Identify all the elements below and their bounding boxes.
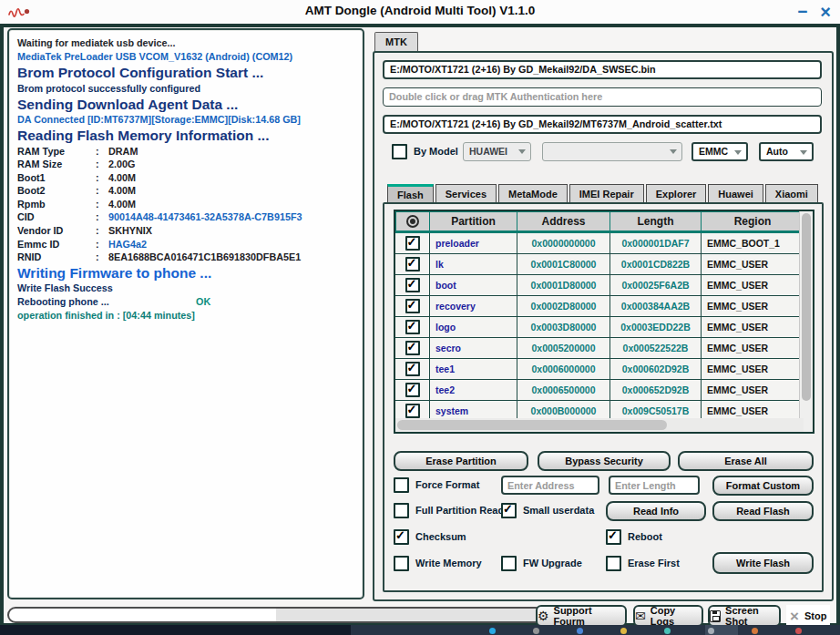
screen-shot-label: Screen Shot (725, 605, 779, 627)
log-line: CID:90014A48-41473461-32A5378A-C7B915F3 (17, 210, 354, 224)
log-line: Rpmb:4.00M (17, 198, 354, 211)
log-line: Sending Download Agent Data ... (17, 96, 354, 114)
partition-checkbox[interactable] (405, 341, 420, 355)
checksum-checkbox[interactable] (394, 529, 409, 545)
partition-checkbox[interactable] (405, 383, 420, 397)
stop-x-icon: × (790, 609, 799, 624)
partition-region: EMMC_USER (702, 317, 804, 337)
length-input[interactable] (609, 476, 700, 495)
by-model-label: By Model (414, 146, 458, 157)
chevron-down-icon (800, 150, 807, 155)
tab-mtk[interactable]: MTK (374, 32, 418, 52)
partition-table-header: Partition Address Length Region (395, 211, 813, 233)
da-file-field[interactable]: E:/MOTO/XT1721 (2+16) By GD_Mekail92/DA_… (383, 60, 822, 79)
partition-checkbox[interactable] (405, 278, 420, 292)
close-button[interactable]: × (820, 3, 831, 21)
vertical-scrollbar-thumb[interactable] (802, 213, 811, 401)
partition-row[interactable]: secro0x00052000000x000522522BEMMC_USER (395, 338, 813, 359)
col-length[interactable]: Length (610, 211, 702, 231)
partition-row[interactable]: logo0x0003D800000x0003EDD22BEMMC_USER (395, 317, 813, 338)
support-forum-label: Support Fourm (554, 605, 625, 627)
full-partition-read-checkbox[interactable] (394, 503, 409, 518)
partition-region: EMMC_USER (702, 275, 804, 295)
partition-row[interactable]: tee10x00060000000x000602D92BEMMC_USER (395, 359, 813, 380)
screen-shot-button[interactable]: Screen Shot (708, 605, 781, 627)
partition-address: 0x0001D80000 (517, 275, 610, 295)
small-userdata-checkbox[interactable] (501, 503, 517, 518)
log-line: MediaTek PreLoader USB VCOM_V1632 (Andro… (17, 50, 354, 64)
partition-region: EMMC_USER (702, 338, 804, 358)
partition-length: 0x000522522B (610, 338, 702, 358)
select-all-radio-icon[interactable] (406, 215, 419, 228)
bypass-security-button[interactable]: Bypass Security (538, 451, 671, 471)
window-title: AMT Dongle (Android Multi Tool) V1.1.0 (0, 4, 840, 17)
log-line: DA Connected [ID:MT6737M][Storage:EMMC][… (17, 113, 354, 127)
reboot-label: Reboot (628, 531, 662, 542)
partition-row[interactable]: boot0x0001D800000x00025F6A2BEMMC_USER (395, 275, 813, 296)
partition-region: EMMC_USER (702, 254, 804, 274)
storage-select[interactable]: EMMC (691, 142, 748, 161)
partition-length: 0x0001CD822B (610, 254, 702, 274)
brand-select[interactable]: HUAWEI (463, 142, 531, 161)
by-model-checkbox[interactable] (392, 144, 407, 159)
format-custom-button[interactable]: Format Custom (712, 476, 814, 496)
partition-address: 0x0006500000 (517, 380, 610, 400)
partition-checkbox[interactable] (405, 320, 420, 334)
copy-logs-button[interactable]: ✉ Copy Logs (633, 605, 703, 627)
partition-checkbox[interactable] (405, 236, 420, 251)
partition-length: 0x000602D92B (610, 359, 702, 379)
auth-file-field[interactable]: Double click or drag MTK Authentication … (383, 87, 822, 107)
scatter-file-field[interactable]: E:/MOTO/XT1721 (2+16) By GD_Mekail92/MT6… (383, 115, 822, 134)
force-format-checkbox[interactable] (394, 477, 409, 493)
partition-name: logo (430, 317, 517, 337)
col-address[interactable]: Address (517, 211, 610, 231)
chevron-down-icon (734, 150, 742, 155)
taskbar-section (351, 625, 840, 635)
stop-button[interactable]: × Stop (786, 605, 830, 627)
read-flash-button[interactable]: Read Flash (712, 501, 814, 521)
log-line: Boot1:4.00M (17, 171, 354, 185)
horizontal-scrollbar-thumb[interactable] (397, 420, 667, 430)
partition-name: boot (430, 275, 517, 295)
write-flash-button[interactable]: Write Flash (712, 552, 814, 574)
taskbar-icon (620, 628, 627, 634)
erase-all-button[interactable]: Erase All (678, 451, 814, 471)
partition-table[interactable]: Partition Address Length Region preloade… (394, 210, 814, 434)
partition-region: EMMC_USER (702, 359, 804, 379)
col-partition[interactable]: Partition (430, 211, 517, 231)
horizontal-scrollbar[interactable] (395, 418, 804, 432)
partition-row[interactable]: recovery0x0002D800000x000384AA2BEMMC_USE… (395, 296, 813, 317)
model-select[interactable] (542, 142, 682, 161)
fw-upgrade-label: FW Upgrade (523, 558, 582, 568)
vertical-scrollbar[interactable] (799, 211, 813, 432)
partition-row[interactable]: tee20x00065000000x000652D92BEMMC_USER (395, 380, 813, 401)
address-input[interactable] (501, 476, 599, 495)
fw-upgrade-checkbox[interactable] (501, 556, 517, 571)
erase-partition-button[interactable]: Erase Partition (394, 451, 528, 471)
minimize-button[interactable]: − (797, 3, 807, 21)
write-memory-checkbox[interactable] (394, 556, 409, 571)
log-line: Brom protocol successfully configured (17, 82, 354, 96)
taskbar-icon (577, 628, 583, 634)
log-panel[interactable]: Waiting for mediatek usb device...MediaT… (7, 28, 364, 599)
log-line: Writing Firmware to phone ... (17, 264, 354, 282)
partition-row[interactable]: lk0x0001C800000x0001CD822BEMMC_USER (395, 254, 813, 275)
read-info-button[interactable]: Read Info (606, 501, 706, 521)
erase-first-checkbox[interactable] (606, 556, 621, 571)
partition-name: tee2 (430, 380, 517, 400)
reboot-checkbox[interactable] (606, 529, 621, 545)
col-region[interactable]: Region (702, 211, 804, 231)
storage-select-value: EMMC (699, 146, 728, 157)
partition-checkbox[interactable] (405, 404, 420, 418)
support-forum-button[interactable]: ⚙ Support Fourm (536, 605, 627, 627)
partition-region: EMMC_USER (702, 380, 804, 400)
partition-row[interactable]: preloader0x00000000000x000001DAF7EMMC_BO… (395, 233, 813, 254)
mode-select[interactable]: Auto (759, 142, 814, 161)
partition-checkbox[interactable] (405, 362, 420, 376)
partition-checkbox[interactable] (405, 299, 420, 313)
partition-checkbox[interactable] (405, 257, 420, 271)
partition-address: 0x0003D80000 (517, 317, 610, 337)
progress-bar-segment (276, 609, 543, 621)
gear-icon: ⚙ (538, 609, 549, 622)
full-partition-read-label: Full Partition Read (415, 505, 504, 516)
